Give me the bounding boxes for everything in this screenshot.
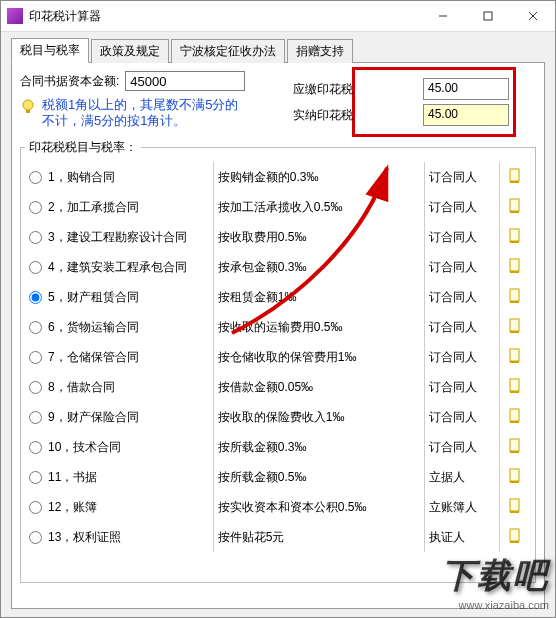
document-icon[interactable] — [499, 462, 531, 492]
category-row: 1，购销合同按购销金额的0.3‰订合同人 — [25, 162, 531, 192]
categories-legend: 印花税税目与税率： — [25, 139, 141, 156]
category-party: 订合同人 — [424, 222, 499, 252]
category-row: 13，权利证照按件贴花5元执证人 — [25, 522, 531, 552]
categories-group: 印花税税目与税率： 1，购销合同按购销金额的0.3‰订合同人2，加工承揽合同按加… — [20, 139, 536, 583]
category-radio-12[interactable]: 12，账簿 — [29, 499, 209, 516]
category-row: 2，加工承揽合同按加工活承揽收入0.5‰订合同人 — [25, 192, 531, 222]
category-party: 订合同人 — [424, 342, 499, 372]
tab-1[interactable]: 政策及规定 — [91, 39, 169, 63]
category-radio-2[interactable]: 2，加工承揽合同 — [29, 199, 209, 216]
tab-3[interactable]: 捐赠支持 — [287, 39, 353, 63]
category-radio-8[interactable]: 8，借款合同 — [29, 379, 209, 396]
paid-tax-value: 45.00 — [423, 104, 509, 126]
category-radio-4[interactable]: 4，建筑安装工程承包合同 — [29, 259, 209, 276]
svg-rect-31 — [510, 541, 519, 543]
category-desc: 按收取的运输费用0.5‰ — [213, 312, 424, 342]
close-button[interactable] — [510, 1, 555, 31]
lightbulb-icon — [20, 99, 36, 115]
category-radio-3[interactable]: 3，建设工程勘察设计合同 — [29, 229, 209, 246]
svg-rect-18 — [510, 349, 519, 361]
tab-strip: 税目与税率政策及规定宁波核定征收办法捐赠支持 — [11, 38, 545, 63]
document-icon[interactable] — [499, 492, 531, 522]
category-desc: 按所载金额0.3‰ — [213, 432, 424, 462]
svg-rect-24 — [510, 439, 519, 451]
category-desc: 按收取的保险费收入1‰ — [213, 402, 424, 432]
svg-rect-1 — [484, 12, 492, 20]
category-desc: 按仓储收取的保管费用1‰ — [213, 342, 424, 372]
category-row: 12，账簿按实收资本和资本公积0.5‰立账簿人 — [25, 492, 531, 522]
document-icon[interactable] — [499, 162, 531, 192]
category-party: 立账簿人 — [424, 492, 499, 522]
category-desc: 按实收资本和资本公积0.5‰ — [213, 492, 424, 522]
rounding-hint: 税额1角以上的，其尾数不满5分的不计，满5分的按1角计。 — [42, 97, 242, 129]
category-radio-1[interactable]: 1，购销合同 — [29, 169, 209, 186]
document-icon[interactable] — [499, 282, 531, 312]
category-desc: 按购销金额的0.3‰ — [213, 162, 424, 192]
category-radio-11[interactable]: 11，书据 — [29, 469, 209, 486]
svg-rect-12 — [510, 259, 519, 271]
document-icon[interactable] — [499, 432, 531, 462]
svg-rect-9 — [510, 211, 519, 213]
svg-rect-20 — [510, 379, 519, 391]
category-radio-7[interactable]: 7，仓储保管合同 — [29, 349, 209, 366]
category-desc: 按租赁金额1‰ — [213, 282, 424, 312]
category-row: 11，书据按所载金额0.5‰立据人 — [25, 462, 531, 492]
result-highlight: 应缴印花税 45.00 实纳印花税 45.00 — [352, 67, 516, 137]
svg-rect-17 — [510, 331, 519, 333]
category-party: 订合同人 — [424, 432, 499, 462]
category-desc: 按借款金额0.05‰ — [213, 372, 424, 402]
category-radio-10[interactable]: 10，技术合同 — [29, 439, 209, 456]
category-row: 4，建筑安装工程承包合同按承包金额0.3‰订合同人 — [25, 252, 531, 282]
category-radio-6[interactable]: 6，货物运输合同 — [29, 319, 209, 336]
svg-rect-30 — [510, 529, 519, 541]
document-icon[interactable] — [499, 252, 531, 282]
svg-rect-25 — [510, 451, 519, 453]
svg-rect-16 — [510, 319, 519, 331]
category-radio-9[interactable]: 9，财产保险合同 — [29, 409, 209, 426]
maximize-button[interactable] — [465, 1, 510, 31]
document-icon[interactable] — [499, 342, 531, 372]
svg-rect-10 — [510, 229, 519, 241]
category-row: 3，建设工程勘察设计合同按收取费用0.5‰订合同人 — [25, 222, 531, 252]
category-party: 执证人 — [424, 522, 499, 552]
paid-tax-label: 实纳印花税 — [293, 107, 353, 124]
category-desc: 按所载金额0.5‰ — [213, 462, 424, 492]
category-radio-5[interactable]: 5，财产租赁合同 — [29, 289, 209, 306]
document-icon[interactable] — [499, 402, 531, 432]
category-radio-13[interactable]: 13，权利证照 — [29, 529, 209, 546]
category-row: 10，技术合同按所载金额0.3‰订合同人 — [25, 432, 531, 462]
svg-rect-21 — [510, 391, 519, 393]
app-icon — [7, 8, 23, 24]
svg-rect-14 — [510, 289, 519, 301]
document-icon[interactable] — [499, 222, 531, 252]
svg-rect-22 — [510, 409, 519, 421]
svg-rect-26 — [510, 469, 519, 481]
document-icon[interactable] — [499, 372, 531, 402]
category-party: 立据人 — [424, 462, 499, 492]
amount-input[interactable] — [125, 71, 245, 91]
category-party: 订合同人 — [424, 282, 499, 312]
document-icon[interactable] — [499, 312, 531, 342]
category-row: 6，货物运输合同按收取的运输费用0.5‰订合同人 — [25, 312, 531, 342]
category-party: 订合同人 — [424, 162, 499, 192]
amount-label: 合同书据资本金额: — [20, 73, 119, 90]
category-party: 订合同人 — [424, 312, 499, 342]
svg-rect-6 — [510, 169, 519, 181]
category-row: 8，借款合同按借款金额0.05‰订合同人 — [25, 372, 531, 402]
category-desc: 按件贴花5元 — [213, 522, 424, 552]
category-desc: 按加工活承揽收入0.5‰ — [213, 192, 424, 222]
category-party: 订合同人 — [424, 402, 499, 432]
category-party: 订合同人 — [424, 372, 499, 402]
tab-2[interactable]: 宁波核定征收办法 — [171, 39, 285, 63]
category-row: 9，财产保险合同按收取的保险费收入1‰订合同人 — [25, 402, 531, 432]
category-desc: 按收取费用0.5‰ — [213, 222, 424, 252]
due-tax-label: 应缴印花税 — [293, 81, 353, 98]
svg-rect-13 — [510, 271, 519, 273]
category-desc: 按承包金额0.3‰ — [213, 252, 424, 282]
titlebar: 印花税计算器 — [1, 1, 555, 32]
minimize-button[interactable] — [420, 1, 465, 31]
svg-rect-23 — [510, 421, 519, 423]
document-icon[interactable] — [499, 192, 531, 222]
document-icon[interactable] — [499, 522, 531, 552]
tab-0[interactable]: 税目与税率 — [11, 38, 89, 63]
